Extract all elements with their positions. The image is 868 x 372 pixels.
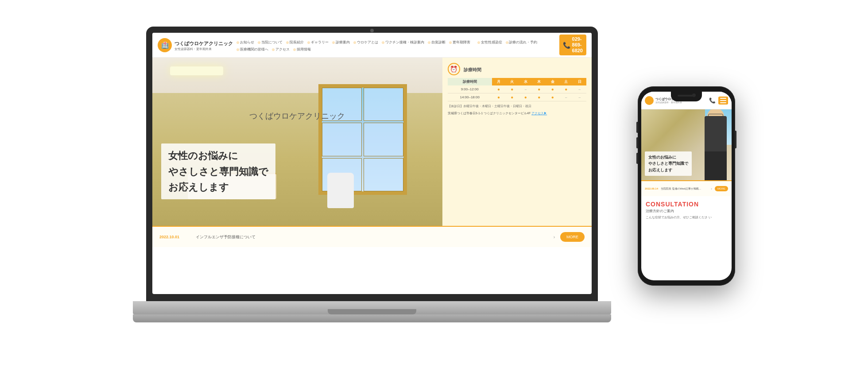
schedule-sat-morning: ●: [559, 85, 573, 93]
schedule-table: 診療時間 月 火 水 木 金 土 日: [448, 78, 586, 101]
phone-body: つくばウロケアクリニック 女性泌尿器科・更年期外来 📞: [638, 86, 735, 286]
nav-item-flow[interactable]: 診療の流れ・予約: [506, 40, 538, 45]
laptop-screen-outer: 🏥 つくばウロケアクリニック 女性泌尿器科・更年期外来 お知らせ 当院について …: [146, 27, 598, 301]
consultation-description: こんな症状でお悩みの方、ぜひご相談くださ い: [646, 215, 727, 220]
site-logo: 🏥 つくばウロケアクリニック 女性泌尿器科・更年期外来: [158, 38, 233, 52]
schedule-address: 茨城県つくば市春日3-1-1 つくばクリニックセンタービル4F アクセス▶: [448, 111, 586, 116]
nav-item-diagnosis[interactable]: 診療案内: [332, 40, 350, 45]
mobile-hero-text: 女性のお悩みに やさしさと専門知識で お応えします: [645, 151, 692, 176]
mobile-hero-title: 女性のお悩みに やさしさと専門知識で お応えします: [648, 154, 688, 173]
schedule-tue-afternoon: ●: [505, 93, 519, 101]
news-arrow-icon: ›: [554, 235, 555, 240]
mobile-news-bar: 2022.09.14 当院院長 監修のWeb記事が掲載... › MORE: [641, 180, 732, 196]
hamburger-menu-button[interactable]: [718, 97, 728, 105]
phone-icon: 📞: [563, 42, 570, 49]
news-title: インフルエンザ予防接種について: [196, 234, 548, 240]
site-header: 🏥 つくばウロケアクリニック 女性泌尿器科・更年期外来 お知らせ 当院について …: [152, 33, 592, 58]
consultation-title-jp: 治療方針のご案内: [646, 209, 727, 213]
schedule-title: 診療時間: [464, 67, 481, 72]
table-row: 9:00–12:00 ● ● – ● ● ● –: [448, 85, 586, 93]
window-pane: [364, 158, 403, 191]
nav-item-access[interactable]: アクセス: [272, 47, 290, 52]
nav-item-director[interactable]: 院長紹介: [286, 40, 304, 45]
power-button: [735, 131, 736, 148]
doctor-figure: [704, 116, 728, 180]
nav-item-about[interactable]: 当院について: [258, 40, 283, 45]
nav-item-menopause[interactable]: 更年期障害: [449, 40, 470, 45]
laptop-camera: [370, 29, 374, 32]
volume-mute-button: [636, 122, 638, 133]
window-pane: [364, 88, 403, 121]
mobile-header-right: 📞: [709, 97, 728, 105]
mobile-tagline-line1: 女性のお悩みに: [648, 155, 676, 159]
nav-item-sti[interactable]: 女性性感染症: [477, 40, 502, 45]
phone-notch: [671, 92, 702, 101]
logo-icon: 🏥: [158, 38, 172, 52]
schedule-col-mon: 月: [492, 78, 505, 85]
address-text: 茨城県つくば市春日3-1-1 つくばクリニックセンタービル4F: [448, 112, 531, 115]
schedule-col-thu: 木: [532, 78, 546, 85]
schedule-wed-afternoon: ●: [519, 93, 532, 101]
logo-text: つくばウロケアクリニック: [174, 41, 233, 46]
hero-text-overlay: 女性のお悩みに やさしさと専門知識で お応えします: [161, 143, 275, 199]
main-nav: お知らせ 当院について 院長紹介 ギャラリー 診療案内 ウロケアとは ワクチン接…: [236, 38, 556, 52]
mobile-hero: 女性のお悩みに やさしさと専門知識で お応えします: [641, 109, 732, 180]
hero-clinic-name: つくばウロケアクリニック: [249, 111, 345, 121]
schedule-col-sat: 土: [559, 78, 573, 85]
table-row: 14:00–18:00 ● ● ● ● ● – –: [448, 93, 586, 101]
laptop-base: [133, 301, 611, 314]
mobile-phone-icon[interactable]: 📞: [709, 97, 716, 104]
hero-tagline: 女性のお悩みに やさしさと専門知識で お応えします: [168, 148, 268, 195]
mobile-tagline-line2: やさしさと専門知識で: [648, 161, 688, 166]
doctor-body: [705, 116, 727, 151]
schedule-col-sun: 日: [573, 78, 586, 85]
laptop-screen: 🏥 つくばウロケアクリニック 女性泌尿器科・更年期外来 お知らせ 当院について …: [152, 33, 592, 294]
hero-image: つくばウロケアクリニック 女性のお悩みに やさしさと専門知識で お応えします: [152, 58, 442, 226]
logo-sub: 女性泌尿器科・更年期外来: [174, 47, 233, 51]
laptop-foot: [133, 314, 611, 322]
schedule-mon-afternoon: ●: [492, 93, 505, 101]
more-button[interactable]: MORE: [560, 232, 585, 242]
schedule-header: ⏰ 診療時間: [448, 63, 586, 75]
hero-tagline-line3: お応えします: [168, 182, 229, 193]
nav-item-vaccine[interactable]: ワクチン接種・検診案内: [382, 40, 424, 45]
nav-item-news[interactable]: お知らせ: [236, 40, 254, 45]
nav-item-urocare[interactable]: ウロケアとは: [353, 40, 378, 45]
hero-tagline-line1: 女性のお悩みに: [168, 150, 238, 161]
nav-item-selfdiag[interactable]: 自覚診断: [428, 40, 446, 45]
phone-block[interactable]: 📞 029-869-6820: [559, 35, 586, 56]
mobile-phone-device: つくばウロケアクリニック 女性泌尿器科・更年期外来 📞: [638, 86, 735, 286]
schedule-sun-morning: –: [573, 85, 586, 93]
mobile-more-button[interactable]: MORE: [715, 186, 728, 191]
schedule-col-fri: 金: [546, 78, 559, 85]
consultation-title-en: CONSULTATION: [646, 201, 727, 208]
schedule-col-wed: 水: [519, 78, 532, 85]
window-pane: [364, 123, 403, 156]
mobile-tagline-line3: お応えします: [648, 168, 672, 172]
hero-tagline-line2: やさしさと専門知識で: [168, 166, 268, 177]
mobile-consultation-section: CONSULTATION 治療方針のご案内 こんな症状でお悩みの方、ぜひご相談く…: [641, 196, 732, 220]
nav-item-gallery[interactable]: ギャラリー: [307, 40, 329, 45]
address-link[interactable]: アクセス▶: [531, 112, 547, 115]
phone-screen: つくばウロケアクリニック 女性泌尿器科・更年期外来 📞: [641, 92, 732, 280]
schedule-panel: ⏰ 診療時間 診療時間 月 火 水 木: [442, 58, 592, 226]
schedule-col-time: 診療時間: [448, 78, 492, 85]
phone-number: 029-869-6820: [572, 36, 583, 54]
doctor-pants: [705, 151, 727, 180]
schedule-tue-morning: ●: [505, 85, 519, 93]
nav-item-recruit[interactable]: 採用情報: [293, 47, 311, 52]
volume-up-button: [636, 137, 638, 148]
schedule-sat-afternoon: –: [559, 93, 573, 101]
window-pane: [322, 123, 362, 156]
site-hero: つくばウロケアクリニック 女性のお悩みに やさしさと専門知識で お応えします ⏰: [152, 58, 592, 226]
schedule-sun-afternoon: –: [573, 93, 586, 101]
mobile-news-date: 2022.09.14: [645, 187, 658, 190]
schedule-time-morning: 9:00–12:00: [448, 85, 492, 93]
schedule-fri-afternoon: ●: [546, 93, 559, 101]
volume-down-button: [636, 153, 638, 164]
mobile-news-title: 当院院長 監修のWeb記事が掲載...: [661, 187, 708, 191]
news-date: 2022.10.01: [159, 235, 190, 239]
laptop-device: 🏥 つくばウロケアクリニック 女性泌尿器科・更年期外来 お知らせ 当院について …: [133, 27, 611, 345]
nav-item-medical[interactable]: 医療機関の皆様へ: [236, 47, 268, 52]
clock-icon: ⏰: [448, 63, 460, 75]
